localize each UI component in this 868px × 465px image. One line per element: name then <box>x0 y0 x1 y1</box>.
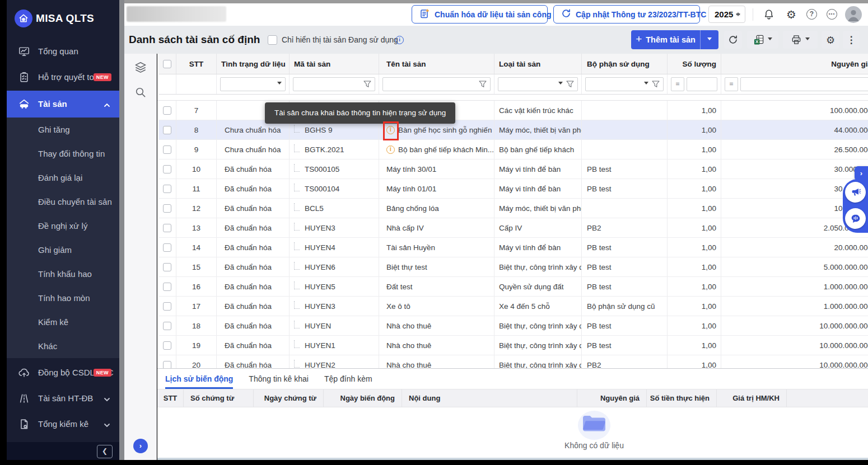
column-header-ten-tai-san[interactable]: Tên tài sản <box>379 54 494 74</box>
sidebar-subitem[interactable]: Thay đổi thông tin <box>7 142 119 166</box>
table-row[interactable]: 13Đã chuẩn hóaHUYEN3Nhà cấp IVCấp IVPB21… <box>158 218 868 238</box>
search-icon[interactable] <box>134 86 147 101</box>
row-checkbox[interactable] <box>163 185 171 193</box>
detail-column-header[interactable]: Nguyên giá <box>577 389 647 407</box>
column-header-ma-tai-san[interactable]: Mã tài sản <box>290 54 379 74</box>
column-header-nguyen-gia[interactable]: Nguyên giá <box>721 54 868 74</box>
filter-status-select[interactable] <box>220 77 286 91</box>
table-row[interactable]: 8Chưa chuẩn hóaBGHS 9Bàn ghế học sinh gỗ… <box>158 120 868 140</box>
layers-icon[interactable] <box>133 60 148 77</box>
column-header-loai-tai-san[interactable]: Loại tài sản <box>494 54 582 74</box>
add-asset-button[interactable]: + Thêm tài sản <box>631 30 718 49</box>
user-avatar[interactable] <box>845 6 862 23</box>
expand-panel-button[interactable]: › <box>133 439 148 453</box>
support-chat-button[interactable] <box>845 208 866 229</box>
table-row[interactable]: 10Đã chuẩn hóaTS000105Máy tính 30/01Máy … <box>158 159 868 179</box>
table-row[interactable]: 19Đã chuẩn hóaHUYEN1Nhà cho thuêBiệt thự… <box>158 336 868 355</box>
row-checkbox[interactable] <box>163 204 171 213</box>
sidebar-item-tai-san-ht-db[interactable]: Tài sản HT-ĐB <box>7 387 119 410</box>
filter-name-input[interactable] <box>382 77 491 91</box>
detail-column-header[interactable]: Giá trị HM/KH <box>717 389 787 407</box>
row-checkbox[interactable] <box>163 341 171 350</box>
row-checkbox[interactable] <box>163 145 171 154</box>
filter-cost-input[interactable] <box>740 77 868 91</box>
detail-tab[interactable]: Thông tin kê khai <box>249 369 309 389</box>
sidebar-subitem[interactable]: Tính khấu hao <box>7 262 119 286</box>
standardize-data-button[interactable]: Chuẩn hóa dữ liệu tài sản công <box>412 5 548 24</box>
notifications-bell-icon[interactable] <box>763 8 775 21</box>
filter-dept-select[interactable] <box>585 77 664 91</box>
filter-code-input[interactable] <box>293 77 375 91</box>
help-icon[interactable]: ? <box>806 9 817 20</box>
sidebar-subitem[interactable]: Ghi giảm <box>7 238 119 262</box>
sidebar-subitem[interactable]: Đánh giá lại <box>7 166 119 190</box>
table-row[interactable]: 20Đã chuẩn hóaHUYEN2Nhà cho thuêBiệt thự… <box>158 355 868 368</box>
row-checkbox[interactable] <box>163 283 171 291</box>
detail-column-header[interactable]: Nội dung <box>402 389 577 407</box>
row-checkbox[interactable] <box>163 322 171 330</box>
cloud-upload-icon <box>18 367 30 379</box>
more-options-icon[interactable]: ••• <box>827 9 837 20</box>
refresh-button[interactable] <box>724 31 742 49</box>
table-row[interactable]: 12Đã chuẩn hóaBCL5Bảng chống lóaMáy móc,… <box>158 199 868 218</box>
settings-gear-icon[interactable]: ⚙ <box>785 8 797 21</box>
table-row[interactable]: 9Chưa chuẩn hóaBGTK.2021Bộ bàn ghế tiếp … <box>158 140 868 159</box>
filter-cost-operator[interactable]: = <box>725 77 738 91</box>
column-header-so-luong[interactable]: Số lượng <box>668 54 721 74</box>
info-icon[interactable] <box>395 36 404 44</box>
export-excel-button[interactable]: X <box>747 31 778 49</box>
detail-tab[interactable]: Tệp đính kèm <box>324 369 372 389</box>
filter-qty-input[interactable] <box>687 77 717 91</box>
select-all-checkbox[interactable] <box>163 60 171 68</box>
detail-tab[interactable]: Lịch sử biến động <box>165 369 233 389</box>
table-row[interactable]: 15Đã chuẩn hóaHUYEN6Biệt thự testBiệt th… <box>158 257 868 277</box>
row-checkbox[interactable] <box>163 126 171 134</box>
sidebar-item-tai-san[interactable]: Tài sản <box>7 91 119 118</box>
table-row[interactable]: 16Đã chuẩn hóaHUYEN5Đất testQuyền sử dụn… <box>158 277 868 297</box>
add-asset-dropdown[interactable] <box>701 30 718 49</box>
filter-type-select[interactable] <box>498 77 578 91</box>
filter-qty-operator[interactable]: = <box>671 77 684 91</box>
sidebar-item-dong-bo-csdl-stc[interactable]: Đồng bộ CSDL STC NEW <box>7 361 119 384</box>
window-scrollbar[interactable] <box>119 0 124 460</box>
detail-column-header[interactable]: Ngày biến động <box>324 389 402 407</box>
sidebar-subitem[interactable]: Đề nghị xử lý <box>7 214 119 238</box>
sidebar-item-tong-kiem-ke[interactable]: Tổng kiểm kê <box>7 413 119 435</box>
row-checkbox[interactable] <box>163 361 171 369</box>
column-header-bo-phan[interactable]: Bộ phận sử dụng <box>582 54 668 74</box>
grid-settings-button[interactable]: ⚙ <box>822 31 839 49</box>
row-checkbox[interactable] <box>163 224 171 232</box>
row-checkbox[interactable] <box>163 165 171 173</box>
row-checkbox[interactable] <box>163 263 171 271</box>
row-checkbox[interactable] <box>163 302 171 311</box>
sidebar-collapse-button[interactable]: ❮ <box>97 445 113 458</box>
row-checkbox[interactable] <box>163 106 171 115</box>
update-circular-button[interactable]: Cập nhật Thông tư 23/2023/TT-BTC <box>553 5 700 24</box>
detail-column-header[interactable]: Số tiền thực hiện <box>647 389 717 407</box>
table-row[interactable]: 17Đã chuẩn hóaHUYEN3Xe ô tôXe 4 đến 5 ch… <box>158 297 868 316</box>
detail-column-header[interactable]: Ngày chứng từ <box>254 389 324 407</box>
column-header-stt[interactable]: STT <box>176 54 217 74</box>
sidebar-subitem[interactable]: Khác <box>7 334 119 358</box>
sidebar-subitem[interactable]: Ghi tăng <box>7 118 119 142</box>
column-header-tinh-trang[interactable]: Tình trạng dữ liệu <box>217 54 290 74</box>
detail-column-header[interactable]: STT <box>157 389 184 407</box>
sidebar-subitem[interactable]: Kiểm kê <box>7 310 119 334</box>
row-checkbox[interactable] <box>163 243 171 252</box>
sidebar-subitem[interactable]: Tính hao mòn <box>7 286 119 310</box>
warning-info-icon[interactable] <box>386 145 395 154</box>
more-actions-button[interactable]: ⋮ <box>843 31 860 49</box>
only-in-use-checkbox[interactable] <box>268 35 277 45</box>
sidebar-item-ho-tro-quyet-toan[interactable]: Hỗ trợ quyết toán NEW <box>7 66 119 88</box>
sidebar-item-tong-quan[interactable]: Tổng quan <box>7 40 119 63</box>
table-row[interactable]: 11Đã chuẩn hóaTS000104Máy tính 01/01Máy … <box>158 179 868 199</box>
announcements-button[interactable] <box>845 182 866 203</box>
table-row[interactable]: 14Đã chuẩn hóaHUYEN4Tài sản HuyềnMáy vi … <box>158 238 868 257</box>
table-row[interactable]: 18Đã chuẩn hóaHUYENNhà cho thuêBiệt thự,… <box>158 316 868 336</box>
print-button[interactable] <box>783 31 818 49</box>
year-down-arrow-icon[interactable] <box>736 13 740 18</box>
fiscal-year-spinner[interactable]: 2025 <box>708 6 745 23</box>
select-all-checkbox-cell[interactable] <box>158 54 176 74</box>
detail-column-header[interactable]: Số chứng từ <box>184 389 254 407</box>
sidebar-subitem[interactable]: Điều chuyển tài sản <box>7 190 119 214</box>
